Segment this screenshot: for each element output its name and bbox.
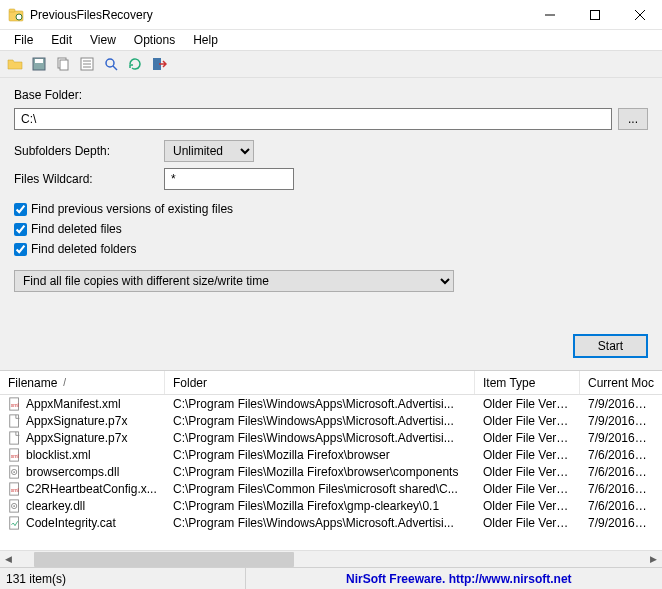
menu-options[interactable]: Options [126, 31, 183, 49]
svg-point-26 [13, 471, 15, 473]
find-mode-select[interactable]: Find all file copies with different size… [14, 270, 454, 292]
base-folder-input[interactable] [14, 108, 612, 130]
results-table: Filename/ Folder Item Type Current Moc x… [0, 370, 662, 567]
checkbox-prev-versions-label: Find previous versions of existing files [31, 202, 233, 216]
cell-date: 7/9/2016 1:1 [580, 397, 655, 411]
table-header: Filename/ Folder Item Type Current Moc [0, 371, 662, 395]
checkbox-deleted-files[interactable] [14, 223, 27, 236]
properties-icon[interactable] [78, 55, 96, 73]
files-wildcard-input[interactable] [164, 168, 294, 190]
options-panel: Base Folder: ... Subfolders Depth: Unlim… [0, 78, 662, 370]
cell-folder: C:\Program Files\WindowsApps\Microsoft.A… [165, 414, 475, 428]
table-row[interactable]: xmlC2RHeartbeatConfig.x...C:\Program Fil… [0, 480, 662, 497]
cell-date: 7/6/2016 3:3 [580, 482, 655, 496]
svg-point-2 [16, 14, 22, 20]
svg-rect-8 [35, 59, 43, 63]
svg-rect-10 [60, 60, 68, 70]
start-button[interactable]: Start [573, 334, 648, 358]
column-current-mod[interactable]: Current Moc [580, 371, 655, 394]
minimize-button[interactable] [527, 0, 572, 30]
column-item-type[interactable]: Item Type [475, 371, 580, 394]
copy-icon[interactable] [54, 55, 72, 73]
status-count: 131 item(s) [6, 568, 246, 589]
table-row[interactable]: xmlblocklist.xmlC:\Program Files\Mozilla… [0, 446, 662, 463]
cell-date: 7/6/2016 11: [580, 499, 655, 513]
svg-rect-20 [10, 414, 19, 426]
cell-folder: C:\Program Files\Mozilla Firefox\browser… [165, 465, 475, 479]
menubar: File Edit View Options Help [0, 30, 662, 50]
cell-filename: xmlblocklist.xml [0, 448, 165, 462]
cell-date: 7/9/2016 1:1 [580, 516, 655, 530]
svg-line-16 [113, 66, 117, 70]
svg-rect-32 [10, 516, 19, 528]
table-row[interactable]: AppxSignature.p7xC:\Program Files\Window… [0, 412, 662, 429]
cell-type: Older File Version [475, 516, 580, 530]
files-wildcard-label: Files Wildcard: [14, 172, 164, 186]
checkbox-deleted-folders[interactable] [14, 243, 27, 256]
cell-filename: CodeIntegrity.cat [0, 516, 165, 530]
scroll-thumb[interactable] [34, 552, 294, 567]
cell-folder: C:\Program Files\Mozilla Firefox\gmp-cle… [165, 499, 475, 513]
cell-type: Older File Version [475, 499, 580, 513]
column-filename[interactable]: Filename/ [0, 371, 165, 394]
refresh-icon[interactable] [126, 55, 144, 73]
statusbar: 131 item(s) NirSoft Freeware. http://www… [0, 567, 662, 589]
cell-type: Older File Version [475, 465, 580, 479]
svg-rect-21 [10, 431, 19, 443]
browse-button[interactable]: ... [618, 108, 648, 130]
checkbox-deleted-folders-label: Find deleted folders [31, 242, 136, 256]
scroll-right-icon[interactable]: ▶ [645, 551, 662, 568]
maximize-button[interactable] [572, 0, 617, 30]
cell-folder: C:\Program Files\WindowsApps\Microsoft.A… [165, 397, 475, 411]
cell-type: Older File Version [475, 431, 580, 445]
svg-text:xml: xml [11, 486, 19, 492]
cell-type: Older File Version [475, 397, 580, 411]
find-icon[interactable] [102, 55, 120, 73]
svg-point-31 [13, 505, 15, 507]
menu-view[interactable]: View [82, 31, 124, 49]
cell-folder: C:\Program Files\Mozilla Firefox\browser [165, 448, 475, 462]
toolbar [0, 50, 662, 78]
cell-filename: AppxSignature.p7x [0, 431, 165, 445]
status-credit: NirSoft Freeware. http://www.nirsoft.net [246, 572, 656, 586]
horizontal-scrollbar[interactable]: ◀ ▶ [0, 550, 662, 567]
cell-date: 7/6/2016 11: [580, 465, 655, 479]
cell-date: 7/9/2016 1:1 [580, 431, 655, 445]
close-button[interactable] [617, 0, 662, 30]
table-row[interactable]: clearkey.dllC:\Program Files\Mozilla Fir… [0, 497, 662, 514]
menu-edit[interactable]: Edit [43, 31, 80, 49]
subfolders-depth-label: Subfolders Depth: [14, 144, 164, 158]
svg-text:xml: xml [11, 401, 19, 407]
cell-date: 7/6/2016 11: [580, 448, 655, 462]
svg-point-15 [106, 59, 114, 67]
menu-help[interactable]: Help [185, 31, 226, 49]
cell-filename: xmlC2RHeartbeatConfig.x... [0, 482, 165, 496]
cell-filename: clearkey.dll [0, 499, 165, 513]
svg-rect-1 [9, 9, 15, 12]
svg-rect-4 [590, 10, 599, 19]
sort-indicator: / [63, 377, 66, 388]
table-row[interactable]: CodeIntegrity.catC:\Program Files\Window… [0, 514, 662, 531]
subfolders-depth-select[interactable]: Unlimited [164, 140, 254, 162]
column-folder[interactable]: Folder [165, 371, 475, 394]
cell-filename: xmlAppxManifest.xml [0, 397, 165, 411]
svg-text:xml: xml [11, 452, 19, 458]
cell-folder: C:\Program Files\Common Files\microsoft … [165, 482, 475, 496]
cell-date: 7/9/2016 1:1 [580, 414, 655, 428]
open-icon[interactable] [6, 55, 24, 73]
menu-file[interactable]: File [6, 31, 41, 49]
table-row[interactable]: AppxSignature.p7xC:\Program Files\Window… [0, 429, 662, 446]
app-icon [8, 7, 24, 23]
checkbox-prev-versions[interactable] [14, 203, 27, 216]
base-folder-label: Base Folder: [14, 88, 164, 102]
window-title: PreviousFilesRecovery [30, 8, 527, 22]
scroll-left-icon[interactable]: ◀ [0, 551, 17, 568]
table-body[interactable]: xmlAppxManifest.xmlC:\Program Files\Wind… [0, 395, 662, 550]
checkbox-deleted-files-label: Find deleted files [31, 222, 122, 236]
table-row[interactable]: browsercomps.dllC:\Program Files\Mozilla… [0, 463, 662, 480]
exit-icon[interactable] [150, 55, 168, 73]
cell-type: Older File Version [475, 448, 580, 462]
table-row[interactable]: xmlAppxManifest.xmlC:\Program Files\Wind… [0, 395, 662, 412]
save-icon[interactable] [30, 55, 48, 73]
cell-folder: C:\Program Files\WindowsApps\Microsoft.A… [165, 516, 475, 530]
